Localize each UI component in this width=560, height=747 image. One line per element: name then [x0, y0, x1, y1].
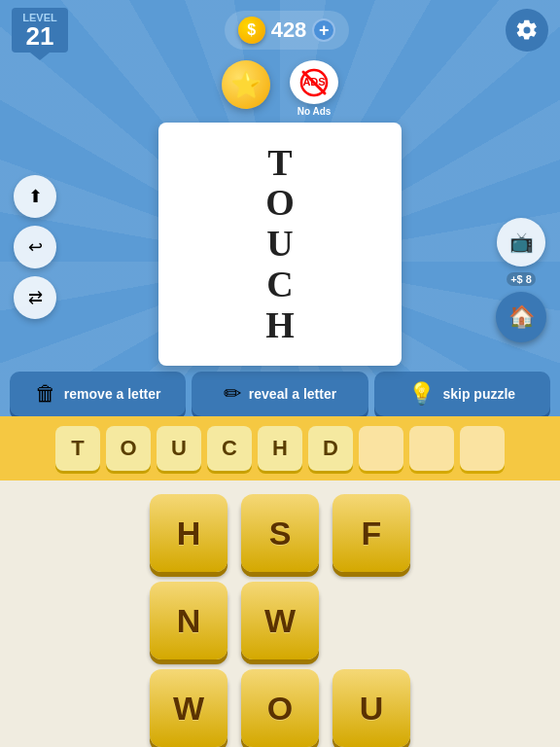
top-bar: Level 21 $ 428 + [0, 0, 560, 60]
powerup-button-2[interactable]: 💡skip puzzle [374, 372, 550, 416]
no-ads-icon: ADS [298, 66, 331, 99]
letter-group-0: NW [150, 582, 228, 747]
track-tile-3: C [207, 426, 252, 471]
no-ads-circle: ADS [290, 60, 338, 104]
shuffle-icon: ⇄ [28, 287, 43, 308]
track-tile-4: H [258, 426, 302, 471]
settings-button[interactable] [506, 9, 548, 52]
share-button[interactable]: ⬆ [14, 175, 56, 218]
letter-tile-W-r2-01[interactable]: W [150, 669, 228, 747]
star-button[interactable]: ⭐ [222, 60, 270, 109]
letter-tile-O-r2-11[interactable]: O [241, 669, 319, 747]
puzzle-letter: H [265, 305, 295, 346]
letter-group-2: U [332, 582, 410, 747]
puzzle-letter: C [266, 265, 293, 305]
tv-icon: 📺 [509, 231, 534, 254]
puzzle-box: TOUCH [158, 123, 402, 366]
level-badge: Level 21 [12, 8, 68, 53]
letter-track: TOUCHD [0, 416, 560, 480]
shuffle-button[interactable]: ⇄ [14, 276, 56, 319]
track-tile-2: U [157, 426, 201, 471]
puzzle-wrapper: ⬆ ↩ ⇄ TOUCH 📺 +$ 8 🏠 [0, 123, 560, 372]
track-tile-1: O [106, 426, 151, 471]
right-side-buttons: 📺 +$ 8 🏠 [496, 218, 546, 342]
puzzle-letter: T [267, 143, 292, 184]
powerup-row: 🗑remove a letter✏reveal a letter💡skip pu… [0, 372, 560, 416]
coin-icon: $ [238, 17, 265, 44]
home-button[interactable]: 🏠 [496, 292, 546, 342]
left-side-buttons: ⬆ ↩ ⇄ [14, 175, 56, 319]
puzzle-letter: O [265, 183, 295, 224]
share-icon: ⬆ [28, 186, 43, 207]
add-coins-button[interactable]: + [312, 18, 335, 42]
letter-group-1: WO [241, 582, 319, 747]
puzzle-area: TOUCH [0, 123, 560, 366]
letter-tile-S-1[interactable]: S [241, 494, 319, 572]
letter-grid: HSFNWWOU [0, 480, 560, 747]
track-tile-8 [460, 426, 505, 471]
letter-tile-N-r2-00[interactable]: N [150, 582, 228, 659]
powerup-label-0: remove a letter [64, 386, 161, 403]
powerup-icon-1: ✏ [224, 381, 241, 407]
track-tile-6 [359, 426, 403, 471]
icons-row: ⭐ ADS No Ads [0, 60, 560, 117]
letter-row-1: HSF [150, 494, 410, 572]
letter-tile-W-r2-10[interactable]: W [241, 582, 319, 659]
puzzle-letter: U [266, 224, 293, 265]
powerup-button-1[interactable]: ✏reveal a letter [192, 372, 368, 416]
track-tile-5: D [308, 426, 353, 471]
letter-tile-F-2[interactable]: F [332, 494, 410, 572]
powerup-icon-0: 🗑 [35, 381, 56, 407]
level-number: 21 [21, 23, 58, 49]
powerup-button-0[interactable]: 🗑remove a letter [10, 372, 186, 416]
coin-amount: 428 [271, 18, 307, 43]
powerup-label-1: reveal a letter [249, 386, 336, 403]
empty-slot [332, 582, 410, 659]
letter-tile-H-0[interactable]: H [150, 494, 228, 572]
powerup-icon-2: 💡 [408, 381, 435, 407]
tv-coins-label: +$ 8 [507, 272, 536, 286]
no-ads-label: No Ads [298, 106, 332, 117]
home-icon: 🏠 [508, 304, 535, 330]
track-tile-7 [409, 426, 454, 471]
coins-section: $ 428 + [225, 11, 350, 50]
undo-button[interactable]: ↩ [14, 226, 56, 268]
track-tile-0: T [55, 426, 100, 471]
gear-icon [515, 18, 539, 42]
powerup-label-2: skip puzzle [442, 386, 515, 403]
undo-icon: ↩ [28, 236, 43, 258]
tv-button[interactable]: 📺 [497, 218, 545, 267]
letter-tile-U-r2-21[interactable]: U [332, 669, 410, 747]
letter-row-2: NWWOU [150, 582, 410, 747]
no-ads-button[interactable]: ADS No Ads [290, 60, 338, 117]
puzzle-word: TOUCH [265, 143, 295, 346]
